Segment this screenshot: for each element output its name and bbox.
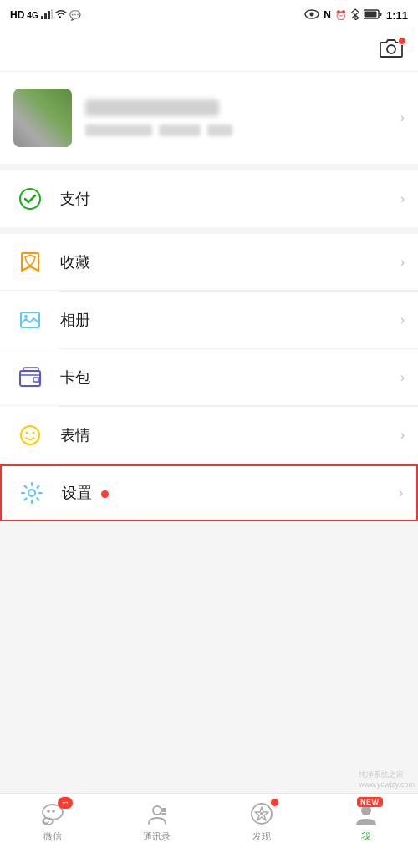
svg-rect-2 bbox=[48, 11, 50, 19]
emoji-icon-wrap bbox=[13, 419, 47, 452]
eye-icon-status bbox=[304, 9, 319, 21]
alarm-icon: ⏰ bbox=[335, 10, 347, 21]
svg-point-22 bbox=[52, 810, 55, 813]
settings-text: 设置 bbox=[62, 485, 92, 501]
profile-wechat-id bbox=[85, 124, 152, 136]
bottom-nav: ··· 微信 通讯录 发现 bbox=[0, 793, 418, 868]
discover-badge-dot bbox=[271, 799, 278, 806]
album-icon-wrap bbox=[13, 303, 47, 337]
menu-item-wallet[interactable]: 卡包 › bbox=[0, 349, 418, 406]
nav-item-contacts[interactable]: 通讯录 bbox=[104, 800, 209, 843]
wallet-chevron: › bbox=[400, 370, 405, 385]
contacts-nav-label: 通讯录 bbox=[143, 830, 171, 843]
menu-item-favorites[interactable]: 收藏 › bbox=[0, 234, 418, 291]
favorites-chevron: › bbox=[400, 255, 405, 270]
album-label: 相册 bbox=[60, 310, 400, 330]
wallet-icon-wrap bbox=[13, 361, 47, 394]
settings-icon-wrap bbox=[15, 476, 48, 510]
profile-extra bbox=[207, 124, 232, 136]
svg-point-19 bbox=[28, 490, 35, 496]
profile-phone bbox=[159, 124, 201, 136]
me-nav-label: 我 bbox=[361, 830, 370, 843]
discover-nav-icon bbox=[248, 800, 275, 827]
svg-point-24 bbox=[153, 806, 161, 815]
time-display: 1:11 bbox=[386, 9, 408, 22]
settings-chevron: › bbox=[399, 485, 403, 500]
profile-chevron: › bbox=[400, 110, 405, 125]
emoji-label: 表情 bbox=[60, 425, 400, 445]
nav-item-me[interactable]: NEW 我 bbox=[314, 800, 418, 843]
nav-item-discover[interactable]: 发现 bbox=[209, 800, 314, 843]
carrier-label: HD bbox=[10, 9, 24, 21]
menu-item-emoji[interactable]: 表情 › bbox=[0, 407, 418, 464]
header-bar bbox=[0, 30, 418, 72]
me-nav-icon: NEW bbox=[353, 800, 380, 827]
discover-nav-label: 发现 bbox=[252, 830, 271, 843]
avatar bbox=[13, 89, 72, 147]
svg-point-10 bbox=[387, 45, 395, 53]
svg-point-16 bbox=[21, 426, 39, 444]
svg-point-17 bbox=[26, 431, 28, 434]
wechat-nav-label: 微信 bbox=[43, 830, 62, 843]
emoji-chevron: › bbox=[400, 428, 405, 443]
message-icon-status: 💬 bbox=[69, 10, 81, 21]
profile-sub bbox=[85, 124, 387, 136]
signal-4g: 4G bbox=[27, 11, 38, 20]
camera-button[interactable] bbox=[380, 38, 405, 63]
signal-bars bbox=[41, 9, 53, 21]
payment-label: 支付 bbox=[60, 189, 400, 209]
battery-icon bbox=[364, 9, 382, 21]
svg-line-6 bbox=[352, 15, 355, 18]
favorites-label: 收藏 bbox=[60, 252, 400, 272]
svg-rect-3 bbox=[51, 9, 53, 19]
svg-point-18 bbox=[33, 431, 35, 434]
svg-point-11 bbox=[20, 189, 40, 209]
menu-item-payment[interactable]: 支付 › bbox=[0, 170, 418, 227]
settings-notification-dot bbox=[101, 490, 109, 498]
contacts-nav-icon bbox=[144, 800, 171, 827]
nav-item-wechat[interactable]: ··· 微信 bbox=[0, 800, 104, 843]
menu-item-settings[interactable]: 设置 › bbox=[0, 464, 418, 521]
watermark: 纯净系统之家 www.ycwjzy.com bbox=[359, 769, 415, 789]
svg-rect-0 bbox=[41, 16, 43, 19]
payment-chevron: › bbox=[400, 191, 405, 206]
svg-rect-15 bbox=[33, 378, 39, 382]
payment-icon-wrap bbox=[13, 182, 47, 216]
wechat-badge: ··· bbox=[58, 797, 73, 809]
svg-point-13 bbox=[24, 315, 28, 318]
svg-rect-8 bbox=[364, 12, 376, 18]
profile-info bbox=[85, 99, 387, 136]
wallet-label: 卡包 bbox=[60, 368, 400, 388]
menu-section-payment: 支付 › bbox=[0, 170, 418, 227]
me-new-badge: NEW bbox=[357, 797, 383, 807]
profile-section[interactable]: › bbox=[0, 72, 418, 164]
profile-name bbox=[85, 99, 219, 116]
menu-item-album[interactable]: 相册 › bbox=[0, 292, 418, 348]
svg-point-5 bbox=[310, 13, 314, 17]
svg-point-30 bbox=[260, 812, 263, 815]
favorites-icon-wrap bbox=[13, 246, 47, 279]
bluetooth-icon bbox=[351, 8, 359, 22]
svg-rect-14 bbox=[20, 371, 40, 386]
svg-rect-1 bbox=[44, 13, 47, 19]
settings-label: 设置 bbox=[62, 483, 399, 503]
wifi-icon bbox=[55, 9, 67, 21]
camera-notification-dot bbox=[398, 37, 406, 45]
nfc-icon: N bbox=[324, 9, 331, 21]
status-right: N ⏰ 1:11 bbox=[304, 8, 408, 22]
status-left: HD 4G 💬 bbox=[10, 9, 81, 21]
status-bar: HD 4G 💬 N ⏰ bbox=[0, 0, 418, 30]
svg-rect-9 bbox=[379, 13, 381, 16]
menu-section-group: 收藏 › 相册 › 卡包 › bbox=[0, 234, 418, 521]
svg-point-21 bbox=[47, 810, 50, 813]
album-chevron: › bbox=[400, 312, 405, 327]
wechat-nav-icon: ··· bbox=[39, 800, 66, 827]
